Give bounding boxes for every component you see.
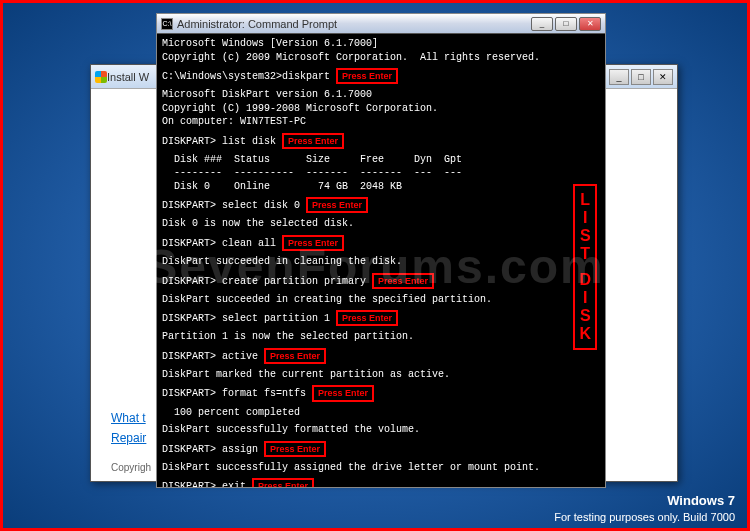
list-disk-annotation: LIST DISK: [573, 184, 597, 350]
badge-letter: [583, 264, 587, 270]
cmd-window-controls: _ □ ✕: [531, 17, 601, 31]
press-enter-annotation: Press Enter: [372, 273, 434, 289]
cmd-output-line: DiskPart marked the current partition as…: [162, 368, 600, 382]
cmd-titlebar[interactable]: C:\ Administrator: Command Prompt _ □ ✕: [157, 14, 605, 34]
cmd-output-line: Disk ### Status Size Free Dyn Gpt: [162, 153, 600, 167]
cmd-output-line: DiskPart succeeded in creating the speci…: [162, 293, 600, 307]
cmd-maximize-button[interactable]: □: [555, 17, 577, 31]
cmd-output-line: Microsoft DiskPart version 6.1.7000: [162, 88, 600, 102]
windows-7-label: Windows 7: [554, 493, 735, 510]
badge-letter: I: [583, 210, 587, 226]
press-enter-annotation: Press Enter: [306, 197, 368, 213]
install-copyright: Copyrigh: [111, 462, 151, 473]
cmd-output-line: Disk 0 Online 74 GB 2048 KB: [162, 180, 600, 194]
press-enter-annotation: Press Enter: [252, 478, 314, 487]
cmd-output-line: DISKPART> clean allPress Enter: [162, 235, 600, 251]
command-prompt-window: C:\ Administrator: Command Prompt _ □ ✕ …: [156, 13, 606, 488]
maximize-button[interactable]: □: [631, 69, 651, 85]
cmd-output-line: Disk 0 is now the selected disk.: [162, 217, 600, 231]
press-enter-annotation: Press Enter: [312, 385, 374, 401]
press-enter-annotation: Press Enter: [336, 68, 398, 84]
cmd-title: Administrator: Command Prompt: [177, 18, 531, 30]
badge-letter: K: [579, 326, 591, 342]
cmd-output-line: Microsoft Windows [Version 6.1.7000]: [162, 37, 600, 51]
cmd-output-line: Partition 1 is now the selected partitio…: [162, 330, 600, 344]
cmd-output-line: 100 percent completed: [162, 406, 600, 420]
cmd-output-line: -------- ---------- ------- ------- --- …: [162, 166, 600, 180]
cmd-output-line: Copyright (C) 1999-2008 Microsoft Corpor…: [162, 102, 600, 116]
cmd-output-line: DISKPART> select partition 1Press Enter: [162, 310, 600, 326]
what-to-know-link[interactable]: What t: [111, 411, 146, 425]
press-enter-annotation: Press Enter: [282, 235, 344, 251]
cmd-icon: C:\: [161, 18, 173, 30]
cmd-output-line: Copyright (c) 2009 Microsoft Corporation…: [162, 51, 600, 65]
cmd-output-line: DISKPART> assignPress Enter: [162, 441, 600, 457]
build-footer: Windows 7 For testing purposes only. Bui…: [554, 493, 735, 524]
cmd-output-line: DISKPART> format fs=ntfsPress Enter: [162, 385, 600, 401]
cmd-output-line: DISKPART> activePress Enter: [162, 348, 600, 364]
badge-letter: T: [580, 246, 590, 262]
cmd-output-line: DiskPart successfully formatted the volu…: [162, 423, 600, 437]
badge-letter: I: [583, 290, 587, 306]
cmd-output-line: DISKPART> create partition primaryPress …: [162, 273, 600, 289]
windows-flag-icon: [95, 71, 107, 83]
press-enter-annotation: Press Enter: [336, 310, 398, 326]
repair-computer-link[interactable]: Repair: [111, 431, 146, 445]
cmd-output-line: DISKPART> exitPress Enter: [162, 478, 600, 487]
press-enter-annotation: Press Enter: [264, 441, 326, 457]
cmd-output-line: DISKPART> select disk 0Press Enter: [162, 197, 600, 213]
cmd-minimize-button[interactable]: _: [531, 17, 553, 31]
install-window-controls: _ □ ✕: [609, 69, 673, 85]
press-enter-annotation: Press Enter: [282, 133, 344, 149]
cmd-terminal-area[interactable]: Microsoft Windows [Version 6.1.7000]Copy…: [157, 34, 605, 487]
cmd-output-line: C:\Windows\system32>diskpartPress Enter: [162, 68, 600, 84]
cmd-output-line: DiskPart successfully assigned the drive…: [162, 461, 600, 475]
badge-letter: S: [580, 308, 591, 324]
build-label: For testing purposes only. Build 7000: [554, 510, 735, 524]
press-enter-annotation: Press Enter: [264, 348, 326, 364]
badge-letter: D: [579, 272, 591, 288]
cmd-close-button[interactable]: ✕: [579, 17, 601, 31]
badge-letter: L: [580, 192, 590, 208]
minimize-button[interactable]: _: [609, 69, 629, 85]
badge-letter: S: [580, 228, 591, 244]
cmd-output-line: On computer: WIN7TEST-PC: [162, 115, 600, 129]
cmd-output-line: DiskPart succeeded in cleaning the disk.: [162, 255, 600, 269]
screenshot-frame: Install W _ □ ✕ What t Repair Copyrigh C…: [0, 0, 750, 531]
cmd-output-line: DISKPART> list diskPress Enter: [162, 133, 600, 149]
close-button[interactable]: ✕: [653, 69, 673, 85]
